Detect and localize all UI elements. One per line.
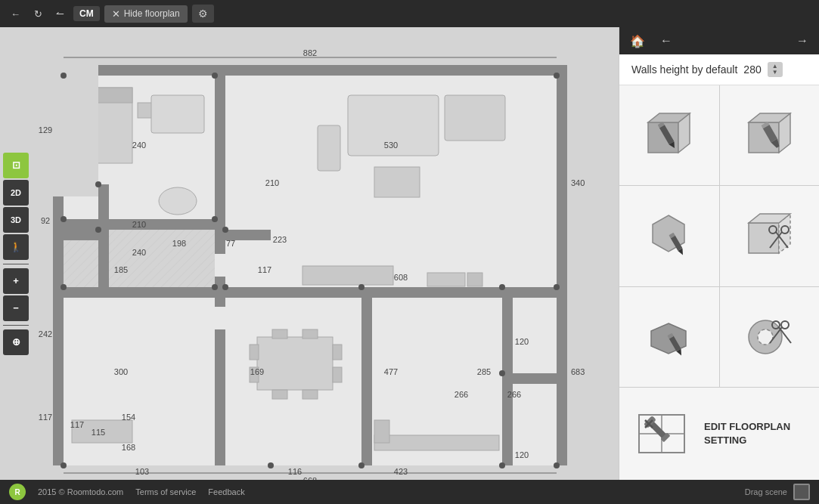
- hide-floorplan-button[interactable]: ✕ Hide floorplan: [104, 5, 188, 23]
- undo-button[interactable]: ←: [6, 5, 25, 23]
- wall-shape-tool[interactable]: [619, 186, 719, 286]
- svg-point-105: [212, 284, 218, 290]
- svg-text:117: 117: [70, 420, 84, 429]
- svg-text:115: 115: [92, 428, 105, 437]
- svg-text:423: 423: [394, 467, 408, 476]
- copyright: 2015 © Roomtodo.com: [38, 487, 123, 496]
- svg-text:92: 92: [41, 216, 50, 225]
- settings-button[interactable]: ⚙: [192, 5, 214, 23]
- wall-edit-icon-wrap: [639, 105, 700, 165]
- svg-rect-38: [151, 95, 204, 133]
- svg-point-112: [95, 227, 101, 233]
- home-button[interactable]: 🏠: [625, 31, 650, 51]
- svg-point-108: [499, 284, 505, 290]
- svg-text:240: 240: [132, 141, 146, 150]
- svg-rect-23: [513, 298, 557, 373]
- hide-icon: ✕: [112, 8, 120, 20]
- wall-cut-tool[interactable]: [720, 186, 820, 286]
- svg-rect-14: [64, 287, 557, 298]
- drag-icon: [793, 484, 810, 500]
- floor-edit-tool[interactable]: [619, 287, 719, 387]
- svg-text:668: 668: [303, 476, 317, 480]
- svg-point-101: [60, 462, 67, 468]
- 2d-tool-button[interactable]: 2D: [3, 180, 29, 206]
- svg-text:882: 882: [303, 50, 317, 57]
- svg-rect-36: [445, 95, 505, 141]
- svg-rect-9: [215, 76, 225, 230]
- fit-button[interactable]: ⊕: [3, 329, 29, 355]
- tool-grid: EDIT FLOORPLAN SETTING: [619, 85, 819, 480]
- svg-point-98: [554, 73, 560, 79]
- svg-point-110: [499, 462, 505, 468]
- feedback-link[interactable]: Feedback: [208, 487, 244, 496]
- svg-rect-22: [502, 298, 513, 465]
- svg-rect-32: [138, 103, 153, 118]
- svg-point-102: [60, 216, 67, 222]
- walk-tool-button[interactable]: 🚶: [3, 234, 29, 260]
- spinner-down-icon: ▼: [772, 70, 778, 76]
- select-tool-button[interactable]: ⊡: [3, 153, 29, 178]
- walls-height-label: Walls height by default: [631, 63, 737, 76]
- svg-rect-47: [272, 390, 287, 399]
- logo: R: [9, 484, 26, 500]
- svg-point-104: [212, 216, 218, 222]
- wall-cut-icon: [741, 208, 798, 264]
- edit-floorplan-tool[interactable]: EDIT FLOORPLAN SETTING: [619, 388, 819, 480]
- top-toolbar: ← ↻ ↼ CM ✕ Hide floorplan ⚙: [0, 0, 819, 27]
- svg-point-111: [95, 181, 101, 187]
- edit-floorplan-icon: [631, 404, 692, 464]
- svg-point-100: [554, 462, 560, 468]
- wall-edit-tool[interactable]: [619, 85, 719, 185]
- floor-cut-icon: [741, 308, 798, 365]
- redo-button[interactable]: ↻: [29, 5, 47, 23]
- forward-button[interactable]: →: [792, 31, 813, 51]
- terms-link[interactable]: Terms of service: [135, 487, 196, 496]
- wall-color-icon-wrap: [739, 105, 799, 165]
- svg-rect-50: [374, 420, 389, 443]
- svg-point-113: [222, 227, 228, 233]
- svg-rect-49: [374, 435, 499, 450]
- svg-text:120: 120: [515, 450, 529, 459]
- svg-point-115: [268, 462, 274, 468]
- svg-text:116: 116: [288, 467, 302, 476]
- zoom-in-button[interactable]: +: [3, 268, 29, 294]
- svg-rect-28: [215, 254, 225, 277]
- svg-rect-35: [318, 125, 340, 171]
- back-button[interactable]: ←: [656, 31, 677, 51]
- svg-rect-13: [64, 230, 109, 240]
- zoom-out-button[interactable]: −: [3, 295, 29, 321]
- svg-rect-45: [272, 329, 287, 339]
- svg-text:168: 168: [122, 443, 135, 452]
- svg-text:103: 103: [135, 467, 149, 476]
- canvas-area[interactable]: ⊡ 2D 3D 🚶 + − ⊕: [0, 27, 619, 480]
- svg-text:185: 185: [114, 265, 128, 274]
- svg-text:530: 530: [384, 141, 398, 150]
- svg-text:210: 210: [132, 220, 146, 229]
- floor-cut-tool[interactable]: [720, 287, 820, 387]
- floor-edit-icon: [641, 308, 697, 365]
- svg-point-96: [60, 73, 67, 79]
- redo2-button[interactable]: ↼: [51, 5, 69, 23]
- height-spinner[interactable]: ▲ ▼: [768, 62, 783, 77]
- svg-rect-37: [374, 167, 420, 197]
- left-toolbar: ⊡ 2D 3D 🚶 + − ⊕: [0, 150, 32, 358]
- svg-text:266: 266: [454, 390, 468, 399]
- svg-point-39: [159, 187, 197, 215]
- svg-point-107: [358, 462, 365, 468]
- svg-text:340: 340: [571, 178, 585, 187]
- drag-scene-label: Drag scene: [745, 487, 787, 496]
- unit-button[interactable]: CM: [73, 6, 100, 21]
- svg-text:169: 169: [250, 367, 264, 376]
- wall-color-tool[interactable]: [720, 85, 820, 185]
- svg-rect-3: [53, 65, 567, 76]
- svg-text:300: 300: [114, 367, 128, 376]
- svg-rect-48: [302, 390, 318, 399]
- wall-cut-icon-wrap: [739, 206, 799, 266]
- svg-text:210: 210: [265, 178, 279, 187]
- svg-point-99: [554, 284, 560, 290]
- 3d-tool-button[interactable]: 3D: [3, 207, 29, 233]
- svg-text:154: 154: [122, 413, 135, 422]
- walls-height-value: 280: [743, 63, 761, 76]
- svg-rect-41: [250, 345, 259, 360]
- main-area: ⊡ 2D 3D 🚶 + − ⊕: [0, 27, 819, 480]
